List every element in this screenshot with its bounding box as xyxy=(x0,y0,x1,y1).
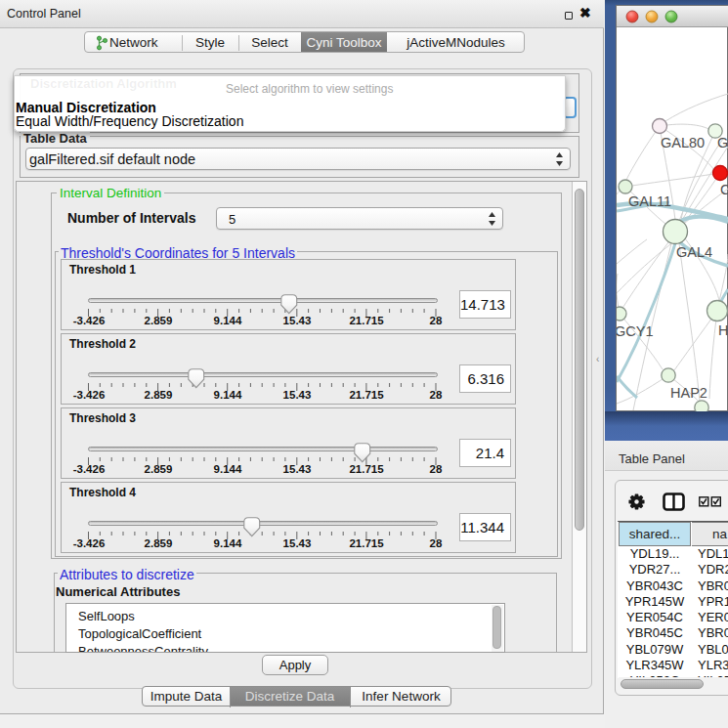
svg-text:GA: GA xyxy=(717,135,728,150)
svg-text:GAL11: GAL11 xyxy=(628,193,671,209)
svg-text:C: C xyxy=(720,182,728,197)
svg-text:GAL4: GAL4 xyxy=(676,244,712,260)
svg-text:HAP2: HAP2 xyxy=(670,385,707,401)
svg-text:GCY1: GCY1 xyxy=(617,323,654,339)
svg-text:GAL80: GAL80 xyxy=(661,135,705,150)
svg-text:H: H xyxy=(718,322,728,338)
